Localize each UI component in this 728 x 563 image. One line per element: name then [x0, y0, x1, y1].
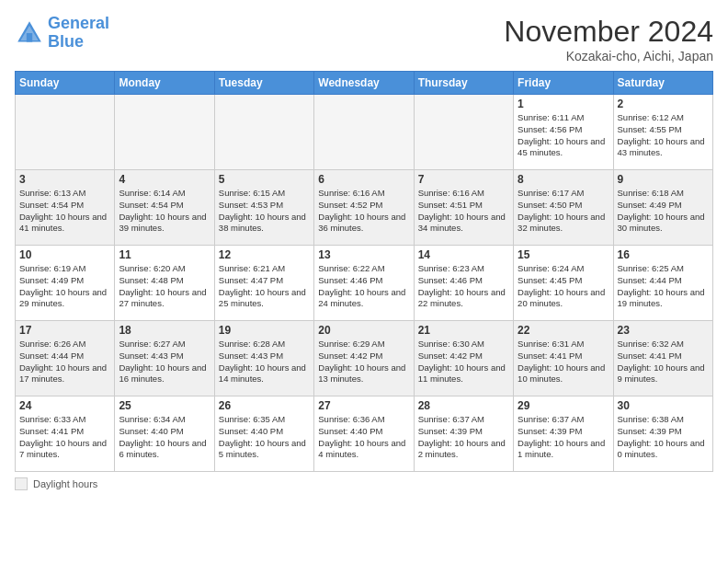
day-info: Sunrise: 6:27 AM Sunset: 4:43 PM Dayligh…	[119, 339, 210, 385]
day-info: Sunrise: 6:21 AM Sunset: 4:47 PM Dayligh…	[219, 263, 310, 310]
col-monday: Monday	[115, 72, 214, 95]
day-number: 14	[418, 248, 509, 261]
day-cell: 22Sunrise: 6:31 AM Sunset: 4:41 PM Dayli…	[514, 321, 613, 396]
day-number: 2	[618, 98, 709, 110]
day-info: Sunrise: 6:38 AM Sunset: 4:39 PM Dayligh…	[618, 414, 709, 461]
day-cell	[16, 95, 115, 170]
day-number: 15	[518, 248, 609, 261]
day-cell: 20Sunrise: 6:29 AM Sunset: 4:42 PM Dayli…	[314, 321, 414, 396]
day-cell: 25Sunrise: 6:34 AM Sunset: 4:40 PM Dayli…	[115, 396, 214, 472]
calendar-table: Sunday Monday Tuesday Wednesday Thursday…	[15, 71, 713, 472]
day-cell: 17Sunrise: 6:26 AM Sunset: 4:44 PM Dayli…	[16, 321, 115, 396]
legend-box	[15, 477, 28, 490]
day-number: 18	[119, 324, 210, 337]
day-number: 16	[618, 248, 709, 261]
week-row-4: 24Sunrise: 6:33 AM Sunset: 4:41 PM Dayli…	[16, 396, 713, 472]
day-cell: 3Sunrise: 6:13 AM Sunset: 4:54 PM Daylig…	[16, 170, 115, 246]
day-number: 3	[19, 173, 110, 186]
day-cell: 26Sunrise: 6:35 AM Sunset: 4:40 PM Dayli…	[214, 396, 313, 472]
day-cell: 6Sunrise: 6:16 AM Sunset: 4:52 PM Daylig…	[314, 170, 414, 246]
day-info: Sunrise: 6:14 AM Sunset: 4:54 PM Dayligh…	[119, 188, 210, 235]
day-cell: 12Sunrise: 6:21 AM Sunset: 4:47 PM Dayli…	[214, 246, 313, 321]
day-info: Sunrise: 6:19 AM Sunset: 4:49 PM Dayligh…	[19, 263, 110, 310]
day-info: Sunrise: 6:29 AM Sunset: 4:42 PM Dayligh…	[318, 339, 409, 385]
day-number: 27	[318, 399, 409, 412]
day-info: Sunrise: 6:26 AM Sunset: 4:44 PM Dayligh…	[19, 339, 110, 385]
logo: General Blue	[15, 15, 109, 52]
day-number: 6	[318, 173, 409, 186]
day-info: Sunrise: 6:32 AM Sunset: 4:41 PM Dayligh…	[618, 339, 709, 385]
day-number: 20	[318, 324, 409, 337]
col-thursday: Thursday	[414, 72, 513, 95]
col-wednesday: Wednesday	[314, 72, 414, 95]
day-number: 1	[518, 98, 609, 110]
day-cell: 9Sunrise: 6:18 AM Sunset: 4:49 PM Daylig…	[613, 170, 712, 246]
day-cell: 16Sunrise: 6:25 AM Sunset: 4:44 PM Dayli…	[613, 246, 712, 321]
day-cell: 5Sunrise: 6:15 AM Sunset: 4:53 PM Daylig…	[214, 170, 313, 246]
col-sunday: Sunday	[16, 72, 115, 95]
day-info: Sunrise: 6:15 AM Sunset: 4:53 PM Dayligh…	[219, 188, 310, 235]
week-row-1: 3Sunrise: 6:13 AM Sunset: 4:54 PM Daylig…	[16, 170, 713, 246]
day-number: 12	[219, 248, 310, 261]
day-number: 7	[418, 173, 509, 186]
day-cell: 8Sunrise: 6:17 AM Sunset: 4:50 PM Daylig…	[514, 170, 613, 246]
day-info: Sunrise: 6:25 AM Sunset: 4:44 PM Dayligh…	[618, 263, 709, 310]
day-cell: 18Sunrise: 6:27 AM Sunset: 4:43 PM Dayli…	[115, 321, 214, 396]
day-info: Sunrise: 6:11 AM Sunset: 4:56 PM Dayligh…	[518, 112, 609, 159]
day-cell: 23Sunrise: 6:32 AM Sunset: 4:41 PM Dayli…	[613, 321, 712, 396]
logo-line2: Blue	[48, 32, 84, 51]
day-info: Sunrise: 6:13 AM Sunset: 4:54 PM Dayligh…	[19, 188, 110, 235]
day-info: Sunrise: 6:16 AM Sunset: 4:51 PM Dayligh…	[418, 188, 509, 235]
col-friday: Friday	[514, 72, 613, 95]
day-info: Sunrise: 6:23 AM Sunset: 4:46 PM Dayligh…	[418, 263, 509, 310]
day-cell: 11Sunrise: 6:20 AM Sunset: 4:48 PM Dayli…	[115, 246, 214, 321]
calendar-body: 1Sunrise: 6:11 AM Sunset: 4:56 PM Daylig…	[16, 95, 713, 472]
day-cell: 24Sunrise: 6:33 AM Sunset: 4:41 PM Dayli…	[16, 396, 115, 472]
week-row-3: 17Sunrise: 6:26 AM Sunset: 4:44 PM Dayli…	[16, 321, 713, 396]
day-number: 30	[618, 399, 709, 412]
day-number: 24	[19, 399, 110, 412]
day-cell: 14Sunrise: 6:23 AM Sunset: 4:46 PM Dayli…	[414, 246, 513, 321]
day-cell	[214, 95, 313, 170]
day-info: Sunrise: 6:31 AM Sunset: 4:41 PM Dayligh…	[518, 339, 609, 385]
day-cell	[414, 95, 513, 170]
day-cell	[115, 95, 214, 170]
day-number: 23	[618, 324, 709, 337]
day-number: 5	[219, 173, 310, 186]
col-saturday: Saturday	[613, 72, 712, 95]
day-cell: 4Sunrise: 6:14 AM Sunset: 4:54 PM Daylig…	[115, 170, 214, 246]
day-number: 28	[418, 399, 509, 412]
day-info: Sunrise: 6:34 AM Sunset: 4:40 PM Dayligh…	[119, 414, 210, 461]
header: General Blue November 2024 Kozakai-cho, …	[15, 15, 713, 63]
day-info: Sunrise: 6:35 AM Sunset: 4:40 PM Dayligh…	[219, 414, 310, 461]
day-cell: 15Sunrise: 6:24 AM Sunset: 4:45 PM Dayli…	[514, 246, 613, 321]
day-info: Sunrise: 6:30 AM Sunset: 4:42 PM Dayligh…	[418, 339, 509, 385]
col-tuesday: Tuesday	[214, 72, 313, 95]
day-number: 19	[219, 324, 310, 337]
logo-line1: General	[48, 14, 109, 32]
calendar-header-row: Sunday Monday Tuesday Wednesday Thursday…	[16, 72, 713, 95]
svg-rect-2	[27, 33, 32, 42]
day-info: Sunrise: 6:33 AM Sunset: 4:41 PM Dayligh…	[19, 414, 110, 461]
week-row-0: 1Sunrise: 6:11 AM Sunset: 4:56 PM Daylig…	[16, 95, 713, 170]
day-info: Sunrise: 6:28 AM Sunset: 4:43 PM Dayligh…	[219, 339, 310, 385]
legend-label: Daylight hours	[33, 478, 97, 489]
day-cell: 21Sunrise: 6:30 AM Sunset: 4:42 PM Dayli…	[414, 321, 513, 396]
day-cell: 27Sunrise: 6:36 AM Sunset: 4:40 PM Dayli…	[314, 396, 414, 472]
day-number: 8	[518, 173, 609, 186]
day-info: Sunrise: 6:24 AM Sunset: 4:45 PM Dayligh…	[518, 263, 609, 310]
day-info: Sunrise: 6:12 AM Sunset: 4:55 PM Dayligh…	[618, 112, 709, 159]
month-title: November 2024	[504, 15, 713, 49]
title-block: November 2024 Kozakai-cho, Aichi, Japan	[504, 15, 713, 63]
day-number: 21	[418, 324, 509, 337]
day-number: 10	[19, 248, 110, 261]
legend: Daylight hours	[15, 477, 713, 490]
location-subtitle: Kozakai-cho, Aichi, Japan	[504, 49, 713, 63]
day-info: Sunrise: 6:17 AM Sunset: 4:50 PM Dayligh…	[518, 188, 609, 235]
day-info: Sunrise: 6:18 AM Sunset: 4:49 PM Dayligh…	[618, 188, 709, 235]
day-cell: 13Sunrise: 6:22 AM Sunset: 4:46 PM Dayli…	[314, 246, 414, 321]
day-info: Sunrise: 6:16 AM Sunset: 4:52 PM Dayligh…	[318, 188, 409, 235]
day-number: 13	[318, 248, 409, 261]
day-cell: 7Sunrise: 6:16 AM Sunset: 4:51 PM Daylig…	[414, 170, 513, 246]
day-cell: 10Sunrise: 6:19 AM Sunset: 4:49 PM Dayli…	[16, 246, 115, 321]
